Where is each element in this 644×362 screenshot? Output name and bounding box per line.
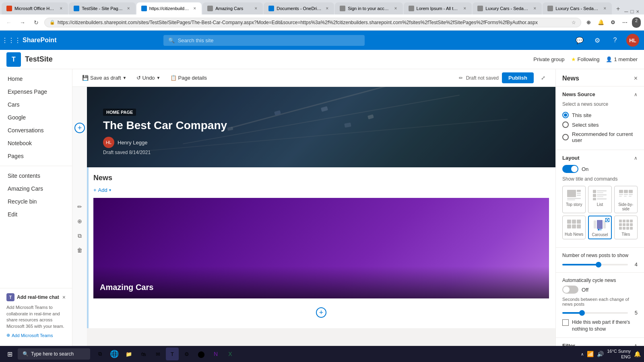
browser-tab-6[interactable]: Sign in to your accou... ×: [335, 2, 402, 14]
browser-tab-5[interactable]: Documents - OneDrive - ×: [264, 2, 334, 14]
layout-carousel[interactable]: Carousel: [588, 216, 611, 239]
add-section-bottom-btn[interactable]: +: [316, 307, 326, 318]
taskbar-search[interactable]: 🔍 Type here to search: [18, 348, 90, 360]
browser-tab-1[interactable]: Microsoft Office Home ×: [2, 2, 68, 14]
notification-icon[interactable]: 🔔: [634, 351, 641, 357]
nav-item-notebook[interactable]: Notebook: [0, 137, 72, 150]
ext-icon-1[interactable]: ⊕: [584, 17, 594, 28]
browser-tab-8[interactable]: Luxury Cars - Sedans... ×: [473, 2, 542, 14]
tab-close-2[interactable]: ×: [126, 5, 131, 12]
tab-close-9[interactable]: ×: [603, 5, 607, 12]
tab-close-6[interactable]: ×: [394, 5, 398, 12]
browser-tab-2[interactable]: TestSite - Site Pages - ×: [69, 2, 135, 14]
hide-webpart-checkbox[interactable]: [562, 319, 569, 326]
filter-chevron[interactable]: ∧: [634, 343, 638, 346]
forward-button[interactable]: →: [17, 17, 28, 28]
save-draft-button[interactable]: 💾 Save as draft ▼: [79, 73, 130, 82]
layout-side-by-side[interactable]: Side-by-side: [614, 186, 638, 213]
nav-item-cars[interactable]: Cars: [0, 98, 72, 111]
save-dropdown-icon[interactable]: ▼: [123, 76, 127, 80]
more-button[interactable]: ⋯: [620, 17, 630, 28]
seconds-slider-thumb[interactable]: [579, 310, 585, 316]
tab-close-7[interactable]: ×: [462, 5, 467, 12]
publish-button[interactable]: Publish: [502, 72, 534, 83]
panel-close-button[interactable]: ×: [634, 75, 638, 82]
nav-item-site-contents[interactable]: Site contents: [0, 169, 72, 182]
delete-section-button[interactable]: 🗑: [74, 245, 85, 256]
system-tray-up[interactable]: ∧: [581, 352, 584, 356]
news-add-button[interactable]: + Add ▾: [93, 187, 549, 193]
add-section-button[interactable]: +: [74, 122, 85, 134]
nav-item-google[interactable]: Google: [0, 111, 72, 124]
seconds-slider[interactable]: [562, 312, 628, 314]
browser-tab-7[interactable]: Lorem Ipsum - All the... ×: [404, 2, 472, 14]
tab-close-4[interactable]: ×: [254, 5, 258, 12]
taskview-button[interactable]: ⧉: [93, 348, 106, 360]
chat-icon[interactable]: 💬: [573, 34, 586, 47]
nav-item-home[interactable]: Home: [0, 72, 72, 85]
browser-tab-4[interactable]: Amazing Cars ×: [202, 2, 263, 14]
layout-chevron[interactable]: ∧: [634, 155, 638, 161]
reload-button[interactable]: ↻: [31, 17, 42, 28]
settings-taskbar-icon[interactable]: ⚙: [180, 348, 193, 360]
radio-recommended[interactable]: Recommended for current user: [562, 130, 638, 145]
show-title-toggle[interactable]: [562, 165, 578, 173]
news-source-chevron[interactable]: ∧: [634, 92, 638, 97]
add-section-icon[interactable]: +: [74, 123, 85, 133]
network-icon[interactable]: 📶: [587, 351, 594, 357]
tab-close-5[interactable]: ×: [325, 5, 329, 12]
excel-icon[interactable]: X: [224, 348, 237, 360]
chat-widget-link[interactable]: ⊕ Add Microsoft Teams: [6, 333, 66, 338]
waffle-menu[interactable]: ⋮⋮⋮: [5, 34, 18, 47]
star-icon[interactable]: ☆: [572, 20, 576, 25]
chrome-icon[interactable]: ⬤: [195, 348, 208, 360]
tab-close-8[interactable]: ×: [533, 5, 537, 12]
tab-close-3[interactable]: ×: [192, 5, 197, 12]
onenote-icon[interactable]: N: [209, 348, 222, 360]
address-bar[interactable]: 🔒 https://citizenbuilders.sharepoint.com…: [44, 18, 581, 27]
move-section-button[interactable]: ⊕: [74, 216, 85, 227]
undo-dropdown-icon[interactable]: ▼: [157, 76, 161, 80]
expand-button[interactable]: ⤢: [537, 72, 549, 84]
teams-taskbar-icon[interactable]: T: [166, 348, 179, 360]
tab-close-1[interactable]: ×: [59, 5, 63, 12]
auto-cycle-toggle[interactable]: [562, 286, 578, 294]
start-button[interactable]: ⊞: [3, 348, 16, 360]
settings-icon[interactable]: ⚙: [591, 34, 604, 47]
members-area[interactable]: 👤 1 member: [606, 56, 638, 62]
nav-item-pages[interactable]: Pages: [0, 150, 72, 162]
nav-item-recycle-bin[interactable]: Recycle bin: [0, 195, 72, 208]
radio-select-sites[interactable]: Select sites: [562, 120, 638, 130]
mail-icon[interactable]: ✉: [151, 348, 164, 360]
layout-list[interactable]: List: [588, 186, 611, 213]
undo-button[interactable]: ↺ Undo ▼: [133, 73, 164, 82]
following-button[interactable]: ★ Following: [571, 56, 600, 62]
posts-slider[interactable]: [562, 264, 628, 265]
ext-icon-2[interactable]: 🔔: [596, 17, 606, 28]
new-tab-button[interactable]: +: [613, 3, 623, 14]
ext-icon-3[interactable]: ⚙: [608, 17, 618, 28]
store-icon[interactable]: 🛍: [137, 348, 150, 360]
layout-top-story[interactable]: Top story: [562, 186, 586, 213]
duplicate-section-button[interactable]: ⧉: [74, 230, 85, 241]
page-details-button[interactable]: 📋 Page details: [167, 73, 211, 82]
explorer-icon[interactable]: 📁: [122, 348, 135, 360]
volume-icon[interactable]: 🔊: [597, 351, 604, 357]
browser-tab-3[interactable]: https://citizenbuilders. ×: [136, 2, 202, 14]
posts-slider-thumb[interactable]: [596, 262, 601, 267]
layout-tiles[interactable]: Tiles: [614, 216, 638, 239]
chat-widget-close[interactable]: ×: [62, 294, 66, 300]
sp-search-box[interactable]: 🔍 Search this site: [163, 35, 365, 46]
minimize-button[interactable]: ─: [624, 8, 628, 14]
layout-hub-news[interactable]: Hub News: [562, 216, 586, 239]
browser-tab-9[interactable]: Luxury Cars - Sedans... ×: [543, 2, 612, 14]
nav-item-amazing-cars[interactable]: Amazing Cars: [0, 182, 72, 195]
news-card[interactable]: Amazing Cars: [93, 198, 549, 298]
restore-button[interactable]: □: [631, 8, 634, 14]
edit-section-button[interactable]: ✏: [74, 201, 85, 212]
browser-close-button[interactable]: ×: [636, 8, 639, 14]
edge-icon[interactable]: 🌐: [108, 348, 121, 360]
nav-item-expenses[interactable]: Expenses Page: [0, 85, 72, 98]
user-avatar[interactable]: HL: [626, 34, 639, 47]
help-icon[interactable]: ?: [609, 34, 621, 47]
